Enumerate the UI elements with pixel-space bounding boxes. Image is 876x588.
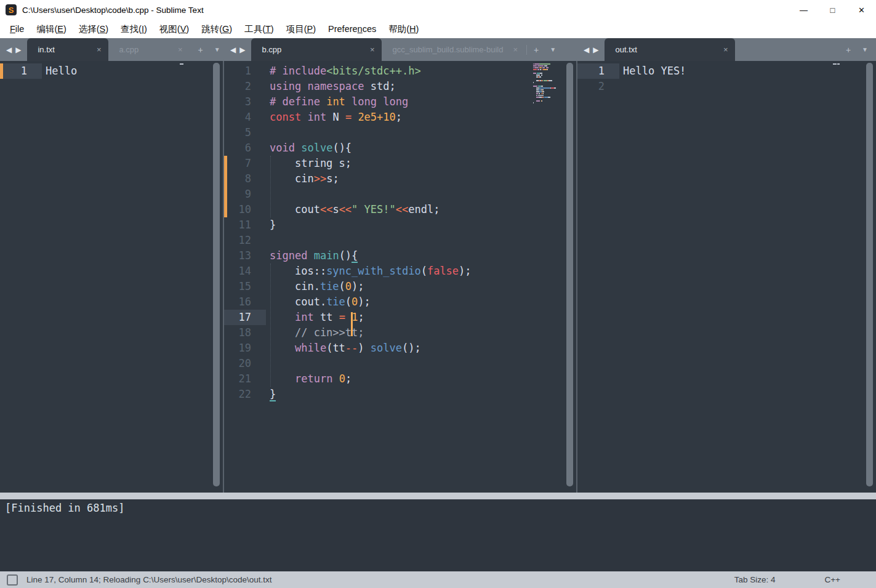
code-text: return 0; [266, 371, 352, 387]
modified-line-marker [224, 171, 227, 187]
tab-out.txt[interactable]: out.txt× [605, 38, 735, 61]
minimap[interactable] [533, 63, 563, 104]
code-line[interactable]: 1Hello [0, 63, 223, 79]
new-tab-button[interactable]: + [192, 38, 208, 61]
tabs-right: out.txt× [605, 38, 735, 61]
code-view-in.txt[interactable]: 1Hello [0, 61, 223, 493]
tab-close-icon[interactable]: × [513, 45, 518, 54]
window-title: C:\Users\user\Desktop\code\b.cpp - Subli… [22, 6, 204, 15]
code-line[interactable]: 3# define int long long [224, 94, 576, 110]
code-line[interactable]: 15 cin.tie(0); [224, 279, 576, 294]
code-line[interactable]: 14 ios::sync_with_stdio(false); [224, 264, 576, 279]
line-number: 16 [224, 294, 266, 310]
code-line[interactable]: 16 cout.tie(0); [224, 294, 576, 310]
syntax-indicator[interactable]: C++ [824, 575, 840, 584]
code-text: # define int long long [266, 94, 408, 110]
status-panel-toggle-icon[interactable] [7, 574, 18, 586]
code-line[interactable]: 12 [224, 233, 576, 248]
tab-overflow-button[interactable]: ▼ [209, 38, 226, 61]
code-line[interactable]: 21 return 0; [224, 371, 576, 387]
line-number: 7 [224, 156, 266, 171]
tab-nav-arrows: ◀ ▶ [577, 38, 605, 61]
code-line[interactable]: 6void solve(){ [224, 140, 576, 156]
tab-nav-arrows: ◀ ▶ [224, 38, 251, 61]
panel-resize-handle[interactable] [0, 493, 876, 499]
code-line[interactable]: 10 cout<<s<<" YES!"<<endl; [224, 202, 576, 217]
tab-close-icon[interactable]: × [370, 45, 375, 54]
code-line[interactable]: 8 cin>>s; [224, 171, 576, 187]
line-number: 22 [224, 387, 266, 402]
tab-section-left: ◀ ▶ in.txt×a.cpp× + ▼ [0, 38, 224, 61]
indent-guide [270, 264, 271, 387]
menu-item[interactable]: 跳转(G) [195, 23, 238, 35]
history-back-icon[interactable]: ◀ [4, 46, 14, 54]
line-number: 6 [224, 140, 266, 156]
history-forward-icon[interactable]: ▶ [14, 46, 23, 54]
code-line[interactable]: 1Hello YES! [577, 63, 876, 79]
code-line[interactable]: 20 [224, 356, 576, 371]
tab-close-icon[interactable]: × [723, 45, 728, 54]
new-tab-button[interactable]: + [840, 38, 856, 61]
minimap[interactable] [180, 63, 209, 65]
code-line[interactable]: 2using namespace std; [224, 79, 576, 94]
code-line[interactable]: 22} [224, 387, 576, 402]
history-back-icon[interactable]: ◀ [228, 46, 238, 54]
code-text: cout.tie(0); [266, 294, 371, 310]
code-line[interactable]: 9 [224, 187, 576, 202]
tab-overflow-button[interactable]: ▼ [856, 38, 874, 61]
line-number: 1 [224, 63, 266, 79]
vertical-scrollbar[interactable] [866, 63, 873, 486]
tab-gcc_sublim_build.sublime-build[interactable]: gcc_sublim_build.sublime-build× [382, 38, 525, 61]
code-line[interactable]: 11} [224, 217, 576, 233]
code-line[interactable]: 17 int tt = 1; [224, 310, 576, 325]
build-output-text: [Finished in 681ms] [5, 502, 124, 514]
menu-item[interactable]: 编辑(E) [30, 23, 72, 35]
close-icon[interactable]: ✕ [847, 0, 876, 20]
tab-close-icon[interactable]: × [178, 45, 183, 54]
tab-b.cpp[interactable]: b.cpp× [251, 38, 382, 61]
minimap[interactable] [833, 63, 862, 67]
history-forward-icon[interactable]: ▶ [591, 46, 600, 54]
code-line[interactable]: 18 // cin>>tt; [224, 325, 576, 340]
menu-item[interactable]: 工具(T) [238, 23, 280, 35]
sublime-window: S C:\Users\user\Desktop\code\b.cpp - Sub… [0, 0, 876, 588]
code-line[interactable]: 13signed main(){ [224, 248, 576, 264]
minimize-icon[interactable]: — [789, 0, 818, 20]
menu-item[interactable]: 查找(I) [115, 23, 153, 35]
code-line[interactable]: 4const int N = 2e5+10; [224, 110, 576, 125]
menu-item[interactable]: Preferences [322, 24, 382, 34]
tab-in.txt[interactable]: in.txt× [27, 38, 108, 61]
menu-item[interactable]: File [4, 24, 30, 34]
code-line[interactable]: 5 [224, 125, 576, 140]
tab-size-indicator[interactable]: Tab Size: 4 [734, 575, 776, 584]
code-text: } [266, 387, 276, 402]
code-view-b.cpp[interactable]: 1# include<bits/stdc++.h>2using namespac… [224, 61, 576, 493]
line-number: 18 [224, 325, 266, 340]
code-line[interactable]: 19 while(tt--) solve(); [224, 340, 576, 356]
tab-section-center: ◀ ▶ b.cpp×gcc_sublim_build.sublime-build… [224, 38, 577, 61]
code-text: const int N = 2e5+10; [266, 110, 402, 125]
tab-a.cpp[interactable]: a.cpp× [108, 38, 190, 61]
code-line[interactable]: 1# include<bits/stdc++.h> [224, 63, 576, 79]
tab-close-icon[interactable]: × [97, 45, 102, 54]
code-line[interactable]: 2 [577, 79, 876, 94]
vertical-scrollbar[interactable] [566, 63, 573, 486]
history-forward-icon[interactable]: ▶ [238, 46, 247, 54]
menu-item[interactable]: 项目(P) [280, 23, 322, 35]
maximize-icon[interactable]: □ [818, 0, 847, 20]
line-number: 1 [0, 63, 42, 79]
code-view-out.txt[interactable]: 1Hello YES!2 [577, 61, 876, 493]
modified-line-marker [224, 202, 227, 217]
menu-item[interactable]: 选择(S) [73, 23, 115, 35]
menu-item[interactable]: 视图(V) [153, 23, 195, 35]
sublime-logo-icon: S [6, 4, 17, 15]
line-number: 3 [224, 94, 266, 110]
tab-overflow-button[interactable]: ▼ [544, 38, 561, 61]
history-back-icon[interactable]: ◀ [582, 46, 591, 54]
menu-item[interactable]: 帮助(H) [382, 23, 425, 35]
line-number: 2 [577, 79, 619, 94]
code-text [266, 233, 270, 248]
vertical-scrollbar[interactable] [213, 63, 220, 486]
new-tab-button[interactable]: + [528, 38, 544, 61]
code-line[interactable]: 7 string s; [224, 156, 576, 171]
